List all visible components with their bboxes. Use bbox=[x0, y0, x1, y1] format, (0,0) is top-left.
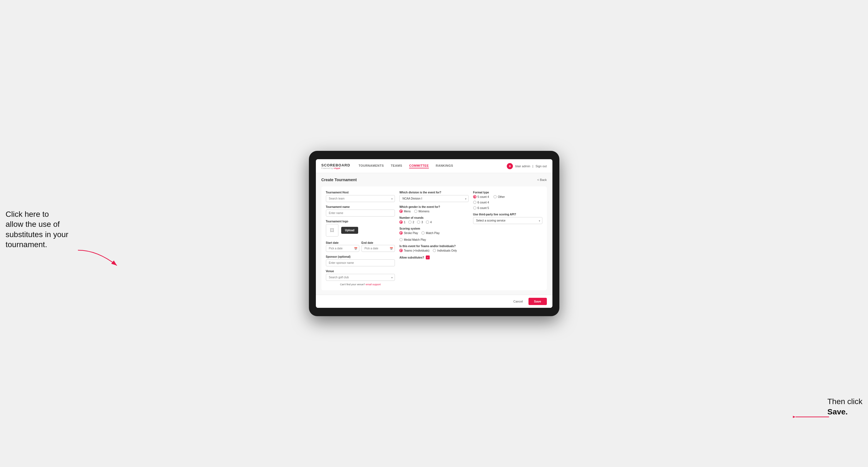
tournament-logo-label: Tournament logo bbox=[326, 220, 395, 223]
round-3[interactable]: 3 bbox=[417, 220, 423, 224]
tournament-host-input[interactable] bbox=[326, 195, 395, 202]
logo-placeholder-icon: 🖼 bbox=[326, 224, 338, 237]
tablet-frame: SCOREBOARD Powered by clippd TOURNAMENTS… bbox=[309, 151, 559, 316]
nav-committee[interactable]: COMMITTEE bbox=[409, 164, 429, 168]
rounds-group: Number of rounds 1 2 bbox=[399, 216, 469, 224]
back-link[interactable]: < Back bbox=[537, 178, 547, 182]
nav-links: TOURNAMENTS TEAMS COMMITTEE RANKINGS bbox=[359, 164, 507, 168]
division-group: Which division is the event for? NCAA Di… bbox=[399, 191, 469, 202]
format-5count4-radio[interactable] bbox=[473, 195, 476, 198]
gender-womens[interactable]: Womens bbox=[414, 210, 429, 213]
division-label: Which division is the event for? bbox=[399, 191, 469, 194]
end-date-calendar-icon: 📅 bbox=[390, 247, 393, 250]
tablet-screen: SCOREBOARD Powered by clippd TOURNAMENTS… bbox=[316, 159, 552, 308]
venue-input[interactable] bbox=[326, 274, 395, 281]
tournament-name-group: Tournament name bbox=[326, 206, 395, 217]
format-6count5-radio[interactable] bbox=[473, 206, 476, 210]
format-other-radio[interactable] bbox=[493, 195, 497, 198]
event-type-label: Is this event for Teams and/or Individua… bbox=[399, 245, 469, 248]
event-teams[interactable]: Teams (+Individuals) bbox=[399, 249, 429, 252]
start-date-group: Start date 📅 bbox=[326, 240, 359, 252]
page-title: Create Tournament bbox=[321, 178, 357, 182]
form-col-2: Which division is the event for? NCAA Di… bbox=[399, 191, 469, 286]
round-3-radio[interactable] bbox=[417, 220, 420, 224]
substitutes-group: Allow substitutes? ✓ bbox=[399, 255, 469, 259]
save-button[interactable]: Save bbox=[528, 298, 547, 305]
sponsor-input[interactable] bbox=[326, 259, 395, 266]
scoring-api-group: Use third-party live scoring API? Select… bbox=[473, 213, 542, 224]
round-1-radio[interactable] bbox=[399, 220, 403, 224]
event-type-group: Is this event for Teams and/or Individua… bbox=[399, 245, 469, 252]
gender-mens[interactable]: Mens bbox=[399, 210, 410, 213]
upload-button[interactable]: Upload bbox=[341, 227, 359, 234]
annotation-right: Then click Save. bbox=[827, 397, 862, 417]
nav-tournaments[interactable]: TOURNAMENTS bbox=[359, 164, 384, 168]
event-individuals[interactable]: Individuals Only bbox=[433, 249, 457, 252]
sign-out-link[interactable]: Sign out bbox=[535, 164, 547, 168]
format-6count5[interactable]: 6 count 5 bbox=[473, 206, 542, 210]
tournament-host-group: Tournament Host bbox=[326, 191, 395, 202]
end-date-group: End date 📅 bbox=[362, 240, 395, 252]
form-grid: Tournament Host Tournament name Tourname… bbox=[321, 186, 547, 290]
email-support-link[interactable]: email support bbox=[366, 283, 381, 286]
format-other[interactable]: Other bbox=[493, 195, 505, 198]
format-radio-group: 5 count 4 Other 6 count 4 bbox=[473, 195, 542, 210]
division-select-wrapper: NCAA Division I bbox=[399, 195, 469, 202]
division-select[interactable]: NCAA Division I bbox=[399, 195, 469, 202]
round-2-radio[interactable] bbox=[408, 220, 412, 224]
event-type-radio-group: Teams (+Individuals) Individuals Only bbox=[399, 249, 469, 252]
substitutes-label: Allow substitutes? bbox=[399, 256, 424, 259]
round-4[interactable]: 4 bbox=[426, 220, 432, 224]
event-individuals-radio[interactable] bbox=[433, 249, 436, 252]
scoring-match[interactable]: Match Play bbox=[421, 231, 439, 235]
venue-label: Venue bbox=[326, 270, 395, 273]
logo-area: SCOREBOARD Powered by clippd bbox=[321, 163, 350, 169]
rounds-radio-group: 1 2 3 4 bbox=[399, 220, 469, 224]
event-teams-radio[interactable] bbox=[399, 249, 403, 252]
venue-select-wrapper bbox=[326, 274, 395, 281]
form-col-1: Tournament Host Tournament name Tourname… bbox=[326, 191, 395, 286]
venue-group: Venue Can't find your venue? email suppo… bbox=[326, 270, 395, 286]
scoring-match-radio[interactable] bbox=[421, 231, 425, 235]
format-type-label: Format type bbox=[473, 191, 542, 194]
logo-scoreboard: SCOREBOARD bbox=[321, 163, 350, 167]
nav-separator: | bbox=[532, 164, 533, 168]
tournament-host-label: Tournament Host bbox=[326, 191, 395, 194]
end-date-label: End date bbox=[362, 241, 373, 244]
tournament-logo-group: Tournament logo 🖼 Upload bbox=[326, 220, 395, 237]
scoring-medal[interactable]: Medal Match Play bbox=[399, 238, 426, 241]
navbar: SCOREBOARD Powered by clippd TOURNAMENTS… bbox=[316, 159, 552, 173]
gender-label: Which gender is the event for? bbox=[399, 206, 469, 209]
format-5count4[interactable]: 5 count 4 bbox=[473, 195, 489, 198]
round-1[interactable]: 1 bbox=[399, 220, 405, 224]
round-2[interactable]: 2 bbox=[408, 220, 414, 224]
sponsor-label: Sponsor (optional) bbox=[326, 255, 395, 258]
scoring-stroke-radio[interactable] bbox=[399, 231, 403, 235]
format-6count4-radio[interactable] bbox=[473, 201, 476, 204]
scoring-api-label: Use third-party live scoring API? bbox=[473, 213, 542, 216]
nav-teams[interactable]: TEAMS bbox=[391, 164, 402, 168]
substitutes-checkbox-group: Allow substitutes? ✓ bbox=[399, 255, 469, 259]
start-date-label: Start date bbox=[326, 241, 339, 244]
user-label: blair admin bbox=[515, 164, 530, 168]
tournament-name-input[interactable] bbox=[326, 210, 395, 217]
gender-mens-radio[interactable] bbox=[399, 210, 403, 213]
substitutes-checkbox[interactable]: ✓ bbox=[426, 255, 430, 259]
round-4-radio[interactable] bbox=[426, 220, 429, 224]
nav-rankings[interactable]: RANKINGS bbox=[436, 164, 453, 168]
end-date-wrapper: 📅 bbox=[362, 245, 395, 252]
start-date-wrapper: 📅 bbox=[326, 245, 359, 252]
tournament-host-select-wrapper bbox=[326, 195, 395, 202]
annotation-left: Click here to allow the use of substitut… bbox=[6, 209, 68, 250]
scoring-group: Scoring system Stroke Play Match Play bbox=[399, 227, 469, 241]
scoring-stroke[interactable]: Stroke Play bbox=[399, 231, 418, 235]
format-6count4[interactable]: 6 count 4 bbox=[473, 201, 542, 204]
scoring-api-select-wrapper: Select a scoring service bbox=[473, 217, 542, 224]
logo-upload-area: 🖼 Upload bbox=[326, 224, 395, 237]
scoring-api-select[interactable]: Select a scoring service bbox=[473, 217, 542, 224]
scoring-medal-radio[interactable] bbox=[399, 238, 403, 241]
date-row: Start date 📅 End date 📅 bbox=[326, 240, 395, 252]
gender-womens-radio[interactable] bbox=[414, 210, 417, 213]
cancel-button[interactable]: Cancel bbox=[511, 298, 526, 305]
arrow-left-annotation bbox=[75, 247, 120, 270]
